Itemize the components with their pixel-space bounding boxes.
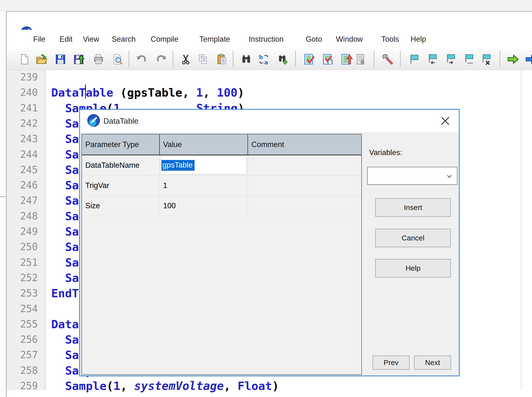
menu-item-tools[interactable]: Tools [380, 30, 400, 49]
next-bookmark-button[interactable] [443, 52, 458, 66]
menu-item-help[interactable]: Help [409, 30, 428, 49]
line-number: 242 [7, 116, 38, 131]
menu-item-compile[interactable]: Compile [149, 30, 180, 49]
toolbar: ba [7, 49, 532, 70]
menu-item-search[interactable]: Search [110, 30, 137, 49]
parameter-table-header: Parameter Type Value Comment [82, 134, 361, 155]
column-header-comment[interactable]: Comment [248, 134, 361, 155]
bookmark-list-button[interactable] [462, 52, 476, 66]
undo-button[interactable] [134, 52, 148, 66]
value-edit-box[interactable]: gpsTable [160, 156, 247, 174]
next-button[interactable]: Next [414, 356, 451, 370]
menu-item-instruction[interactable]: Instruction [247, 30, 285, 49]
table-row: Size100 [82, 196, 361, 216]
check-program-button[interactable] [302, 52, 316, 66]
menu-item-file[interactable]: File [32, 30, 47, 49]
copy-button[interactable] [196, 52, 210, 66]
column-header-parameter-type[interactable]: Parameter Type [82, 134, 160, 155]
line-number: 243 [7, 131, 38, 147]
variables-dropdown[interactable] [367, 167, 457, 185]
line-number: 254 [7, 301, 38, 317]
line-number: 258 [7, 363, 38, 378]
goto-next-green-button[interactable] [506, 52, 520, 66]
line-number: 246 [7, 178, 38, 193]
line-number: 241 [7, 100, 38, 116]
table-row: TrigVar1 [82, 176, 361, 196]
parameter-comment-cell[interactable] [248, 176, 361, 196]
open-file-button[interactable] [34, 52, 49, 66]
line-number: 259 [7, 378, 38, 394]
find-next-button[interactable] [276, 52, 290, 66]
line-number: 244 [7, 147, 38, 162]
check-and-save-button[interactable] [321, 52, 335, 66]
line-number: 255 [7, 317, 38, 332]
line-number: 256 [7, 332, 38, 347]
editor-right-border [521, 70, 521, 390]
text-caret [85, 85, 86, 99]
column-header-value[interactable]: Value [160, 134, 248, 155]
line-number: 253 [7, 286, 38, 301]
menu-item-edit[interactable]: Edit [58, 30, 74, 49]
chevron-down-icon [445, 172, 453, 180]
line-number: 249 [7, 224, 38, 239]
toolbar-separator [233, 51, 233, 67]
code-line: 240DataTable (gpsTable, 1, 100) [7, 85, 521, 100]
insert-button[interactable]: Insert [375, 198, 451, 217]
new-file-button[interactable] [17, 52, 31, 66]
redo-button[interactable] [154, 52, 168, 66]
parameter-value-cell[interactable]: 100 [160, 196, 248, 216]
crbasic-editor-window: CRBasic Editor - [autonautSeaTested.CR6 … [0, 0, 532, 397]
parameter-name-cell[interactable]: TrigVar [82, 176, 160, 196]
parameter-comment-cell[interactable] [248, 196, 361, 216]
dialog-title-bar[interactable]: DataTable [80, 110, 459, 132]
parameter-value-cell[interactable]: gpsTable [160, 155, 248, 175]
parameter-table-body: DataTableNamegpsTableTrigVar1Size100 [82, 155, 361, 216]
code-line: 239 [7, 69, 521, 85]
code-text: Sample(1, systemVoltage, Float) [65, 378, 279, 394]
menu-item-view[interactable]: View [81, 30, 101, 49]
cut-button[interactable] [179, 52, 193, 66]
replace-button[interactable]: ba [257, 52, 271, 66]
menu-item-goto[interactable]: Goto [304, 30, 324, 49]
parameter-name-cell[interactable]: Size [82, 196, 160, 216]
prev-button[interactable]: Prev [373, 356, 410, 370]
line-number: 251 [7, 255, 38, 270]
menu-bar: FileEditViewSearchCompileTemplateInstruc… [7, 30, 532, 49]
svg-text:a: a [264, 59, 268, 65]
toolbar-separator [129, 51, 129, 67]
toolbar-separator [400, 51, 401, 67]
paste-button[interactable] [215, 52, 229, 66]
find-button[interactable] [239, 52, 253, 66]
selected-text: gpsTable [161, 160, 195, 171]
close-icon[interactable] [439, 115, 451, 127]
compile-save-send-button[interactable] [340, 52, 354, 66]
parameter-comment-cell[interactable] [248, 155, 361, 175]
line-number: 247 [7, 193, 38, 208]
print-button[interactable] [91, 52, 106, 66]
conditional-compile-button[interactable] [354, 52, 368, 66]
line-number: 252 [7, 270, 38, 286]
clear-bookmarks-button[interactable] [479, 52, 493, 66]
line-number: 248 [7, 208, 38, 224]
parameter-name-cell[interactable]: DataTableName [82, 155, 160, 175]
svg-text:b: b [259, 54, 263, 60]
datatable-dialog: DataTable Parameter Type Value Comment D… [79, 109, 460, 376]
help-button[interactable]: Help [375, 259, 451, 278]
dialog-icon [87, 114, 100, 128]
save-button[interactable] [53, 52, 68, 66]
menu-item-window[interactable]: Window [335, 30, 364, 49]
menu-item-template[interactable]: Template [198, 30, 232, 49]
print-preview-button[interactable] [110, 52, 125, 66]
cancel-button[interactable]: Cancel [375, 229, 451, 247]
code-text: DataTable (gpsTable, 1, 100) [51, 85, 244, 100]
save-and-send-button[interactable] [72, 52, 86, 66]
code-line: 259Sample(1, systemVoltage, Float) [7, 378, 521, 394]
left-margin-strip [0, 11, 6, 397]
previous-bookmark-button[interactable] [425, 52, 439, 66]
wrench-tools-button[interactable] [381, 52, 395, 66]
goto-blue-button[interactable] [524, 52, 532, 66]
toggle-bookmark-button[interactable] [407, 52, 421, 66]
left-splitter[interactable] [0, 196, 6, 197]
parameter-value-cell[interactable]: 1 [160, 176, 248, 196]
toolbar-separator [295, 51, 296, 67]
